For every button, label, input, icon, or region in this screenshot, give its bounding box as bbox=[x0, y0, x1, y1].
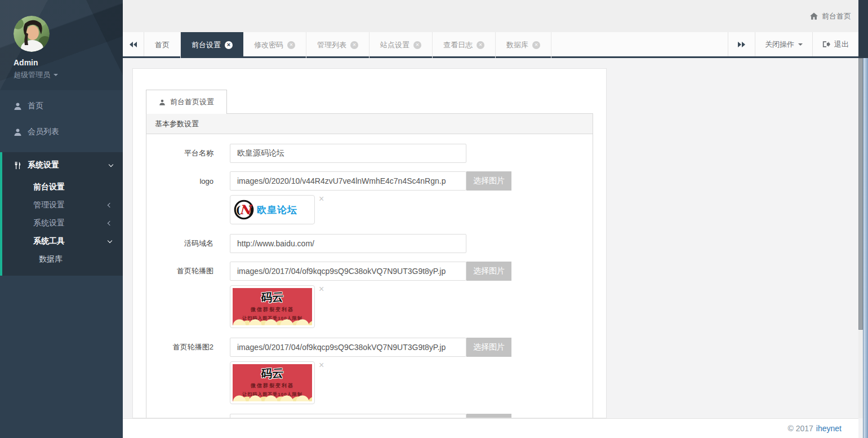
basic-params-panel: 基本参数设置 平台名称 logo 选择图片 bbox=[146, 113, 593, 418]
chevron-down-icon bbox=[108, 238, 112, 242]
tab-site-settings[interactable]: 站点设置 × bbox=[370, 32, 433, 58]
inner-scrollbar[interactable] bbox=[858, 58, 863, 418]
tab-change-password[interactable]: 修改密码 × bbox=[243, 32, 306, 58]
form-row-carousel-2: 首页轮播图2 选择图片 bbox=[146, 338, 593, 357]
field-label: 活码域名 bbox=[146, 238, 213, 249]
field-label: logo bbox=[146, 177, 213, 185]
sidebar-subitem-admin-settings[interactable]: 管理设置 bbox=[2, 196, 123, 214]
sidebar-item-label: 会员列表 bbox=[28, 127, 59, 137]
sidebar-item-home[interactable]: 首页 bbox=[0, 93, 123, 119]
tabs-scroll-left-button[interactable] bbox=[123, 32, 144, 56]
banner-image: 码云 微信群裂变利器 让扫码入群不受100人限制 bbox=[233, 288, 312, 325]
qr-domain-input[interactable] bbox=[230, 234, 466, 253]
banner-line1: 微信群裂变利器 bbox=[233, 306, 312, 313]
chevron-left-icon bbox=[108, 221, 112, 225]
tab-database[interactable]: 数据库 × bbox=[496, 32, 551, 58]
choose-image-button[interactable]: 选择图片 bbox=[466, 338, 511, 357]
banner-clouds bbox=[233, 393, 312, 401]
user-icon bbox=[14, 102, 22, 110]
home-icon bbox=[810, 12, 818, 20]
avatar[interactable] bbox=[14, 16, 50, 52]
remove-image-icon[interactable]: × bbox=[319, 195, 324, 203]
tab-close-icon[interactable]: × bbox=[532, 41, 540, 49]
sidebar-item-members[interactable]: 会员列表 bbox=[0, 119, 123, 145]
field-label: 首页轮播图 bbox=[146, 266, 213, 276]
logo-preview-line: ( ) N 欧皇论坛 × bbox=[230, 195, 593, 224]
tab-close-icon[interactable]: × bbox=[350, 41, 358, 49]
tab-view-logs[interactable]: 查看日志 × bbox=[433, 32, 496, 58]
carousel1-path-input[interactable] bbox=[230, 262, 466, 281]
logout-label: 退出 bbox=[834, 39, 849, 50]
frontend-home-label: 前台首页 bbox=[822, 11, 851, 21]
carousel2-preview-line: 码云 微信群裂变利器 让扫码入群不受100人限制 × bbox=[230, 361, 593, 404]
banner-title: 码云 bbox=[233, 364, 312, 382]
choose-image-button[interactable]: 选择图片 bbox=[466, 171, 511, 191]
logout-icon bbox=[822, 41, 830, 48]
tab-close-icon[interactable]: × bbox=[225, 41, 233, 49]
panel-body: 平台名称 logo 选择图片 ( ) bbox=[146, 134, 593, 418]
field-label: 首页轮播图2 bbox=[146, 342, 213, 352]
tab-close-icon[interactable]: × bbox=[413, 41, 421, 49]
user-role-dropdown[interactable]: 超级管理员 bbox=[14, 70, 123, 80]
remove-image-icon[interactable]: × bbox=[319, 361, 324, 369]
sidebar-subitem-frontend-settings[interactable]: 前台设置 bbox=[2, 178, 123, 196]
inner-scrollbar-thumb[interactable] bbox=[858, 58, 863, 330]
tab-label: 数据库 bbox=[506, 40, 528, 50]
remove-image-icon[interactable]: × bbox=[319, 285, 324, 293]
settings-card: 前台首页设置 基本参数设置 平台名称 logo 选择图片 bbox=[132, 68, 607, 418]
caret-down-icon bbox=[54, 74, 58, 76]
sidebar-subitem-label: 管理设置 bbox=[33, 200, 65, 210]
tab-label: 首页 bbox=[155, 40, 170, 50]
tab-frontend-settings[interactable]: 前台设置 × bbox=[181, 32, 243, 58]
card-tab-label: 前台首页设置 bbox=[170, 97, 214, 107]
carousel1-preview-line: 码云 微信群裂变利器 让扫码入群不受100人限制 × bbox=[230, 285, 593, 328]
sidebar-profile: Admin 超级管理员 bbox=[0, 0, 123, 90]
sidebar-subitem-database[interactable]: 数据库 bbox=[2, 250, 123, 268]
logout-button[interactable]: 退出 bbox=[812, 32, 858, 56]
card-tab-frontend-home-settings[interactable]: 前台首页设置 bbox=[146, 90, 227, 114]
tab-home[interactable]: 首页 bbox=[144, 32, 181, 58]
sidebar-subitem-system-tools[interactable]: 系统工具 bbox=[2, 232, 123, 250]
panel-header: 基本参数设置 bbox=[146, 114, 593, 134]
logo-preview: ( ) N 欧皇论坛 bbox=[230, 195, 315, 224]
form-row-platform-name: 平台名称 bbox=[146, 144, 593, 163]
tab-label: 修改密码 bbox=[254, 40, 283, 50]
choose-image-button[interactable]: 选择图片 bbox=[466, 262, 511, 281]
main-content: 前台首页设置 基本参数设置 平台名称 logo 选择图片 bbox=[123, 58, 858, 418]
tab-label: 前台设置 bbox=[192, 40, 221, 50]
sidebar: Admin 超级管理员 首页 会员列表 系统设置 bbox=[0, 0, 123, 438]
tab-admin-list[interactable]: 管理列表 × bbox=[306, 32, 370, 58]
tab-label: 站点设置 bbox=[380, 40, 409, 50]
sidebar-subitem-label: 系统工具 bbox=[33, 236, 65, 246]
carousel2-path-input[interactable] bbox=[230, 338, 466, 357]
partial-input[interactable] bbox=[230, 414, 466, 418]
frontend-home-link[interactable]: 前台首页 bbox=[810, 0, 851, 32]
window-scrollbar[interactable] bbox=[863, 58, 868, 438]
sidebar-group-system-settings: 系统设置 前台设置 管理设置 系统设置 系统工具 bbox=[0, 152, 123, 276]
close-operations-dropdown[interactable]: 关闭操作 bbox=[755, 32, 812, 56]
form-row-carousel-1: 首页轮播图 选择图片 bbox=[146, 262, 593, 281]
chevron-down-icon bbox=[109, 162, 113, 166]
logo-path-input[interactable] bbox=[230, 171, 466, 191]
sidebar-subitem-system-config[interactable]: 系统设置 bbox=[2, 214, 123, 232]
caret-down-icon bbox=[798, 43, 803, 46]
banner-image: 码云 微信群裂变利器 让扫码入群不受100人限制 bbox=[233, 364, 312, 401]
platform-name-input[interactable] bbox=[230, 144, 466, 163]
sidebar-subitem-label: 前台设置 bbox=[33, 182, 65, 192]
logo-image: ( ) N 欧皇论坛 bbox=[233, 198, 312, 222]
tab-label: 管理列表 bbox=[317, 40, 346, 50]
tab-label: 查看日志 bbox=[443, 40, 473, 50]
sidebar-item-label: 首页 bbox=[28, 101, 43, 111]
footer-brand-link[interactable]: iheynet bbox=[816, 424, 842, 433]
tab-close-icon[interactable]: × bbox=[287, 41, 295, 49]
footer: © 2017 iheynet bbox=[123, 418, 858, 438]
avatar-image bbox=[14, 16, 50, 52]
user-icon bbox=[159, 99, 166, 106]
choose-image-button[interactable]: 选择图片 bbox=[466, 414, 511, 418]
form-row-logo: logo 选择图片 bbox=[146, 171, 593, 191]
tabs-scroll-right-button[interactable] bbox=[728, 32, 755, 56]
sidebar-item-system-settings[interactable]: 系统设置 bbox=[2, 152, 123, 178]
sidebar-item-label: 系统设置 bbox=[28, 160, 59, 170]
logo-emblem-icon: ( ) N bbox=[234, 200, 254, 220]
tab-close-icon[interactable]: × bbox=[477, 41, 484, 49]
